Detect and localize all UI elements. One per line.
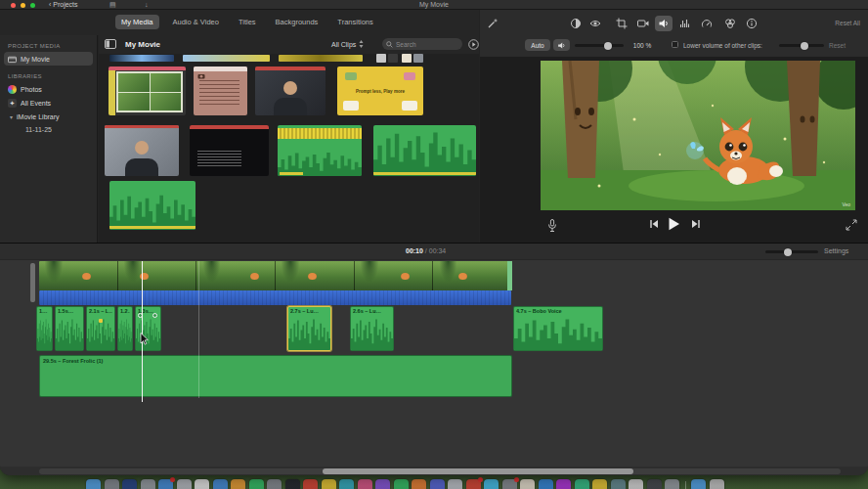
fade-handle[interactable] [152,313,157,318]
dock-icon[interactable] [267,479,282,489]
media-thumbnail-webcam-2[interactable] [105,125,179,176]
tab-my-media[interactable]: My Media [115,15,159,29]
play-selection-icon[interactable] [468,39,479,50]
media-thumbnail-promo[interactable]: Prompt less, Play more [337,67,423,115]
timeline-audio-clip[interactable]: 1… [36,306,53,351]
timeline-settings-button[interactable]: Settings [824,247,848,254]
dock-icon[interactable] [448,479,462,489]
dock-icon[interactable] [249,479,264,489]
sidebar-item-my-movie[interactable]: My Movie [4,52,93,66]
media-thumbnail-mini[interactable] [413,54,423,63]
dock-icon[interactable] [303,479,318,489]
dock-icon[interactable] [122,479,137,489]
search-box[interactable] [382,38,462,50]
media-thumbnail-notes[interactable] [194,67,247,115]
speed-icon[interactable] [698,16,716,31]
dock-icon[interactable] [665,479,679,489]
tab-titles[interactable]: Titles [233,15,262,29]
dock-icon[interactable] [322,479,336,489]
timeline-audio-clip[interactable]: 4.7s – Bobo Voice [513,306,603,351]
lower-volume-checkbox[interactable] [672,41,678,48]
scrollbar-track[interactable] [39,468,841,474]
dock-icon[interactable] [158,479,173,489]
dock-icon[interactable] [141,479,155,489]
dock-icon[interactable] [430,479,445,489]
timeline-audio-clip[interactable]: 2.1s – L… [86,306,115,351]
dock-icon[interactable] [105,479,119,489]
dock-icon[interactable] [710,479,724,489]
timeline-video-clip[interactable] [39,261,512,290]
timeline-zoom-slider[interactable] [765,250,818,253]
dock-icon[interactable] [466,479,481,489]
media-thumbnail-terminal[interactable] [190,125,269,176]
media-thumbnail-audio-1[interactable] [278,125,362,176]
timeline-audio-clip[interactable]: 1.5s… [55,306,84,351]
tab-audio-video[interactable]: Audio & Video [167,15,225,29]
crop-icon[interactable] [613,16,630,31]
dock-icon[interactable] [539,479,553,489]
dock-icon[interactable] [484,479,499,489]
reset-all-button[interactable]: Reset All [835,20,860,26]
sidebar-item-photos[interactable]: Photos [0,82,97,96]
dock-icon[interactable] [502,479,517,489]
dock-icon[interactable] [412,479,426,489]
dock-icon[interactable] [592,479,607,489]
timeline-zoom-knob[interactable] [784,248,792,256]
dock-icon[interactable] [691,479,706,489]
dock-icon[interactable] [358,479,372,489]
volume-slider-knob[interactable] [604,42,612,50]
volume-slider[interactable] [575,44,624,47]
voiceover-mic-icon[interactable] [546,219,558,233]
tab-transitions[interactable]: Transitions [331,15,378,29]
media-thumbnail-mini[interactable] [376,54,386,63]
media-thumbnail-collage[interactable] [108,67,186,115]
dock-icon[interactable] [629,479,643,489]
scrollbar-thumb[interactable] [323,468,633,474]
media-strip[interactable] [279,55,363,62]
timeline-audio-clip[interactable]: 2.6s – Lu… [350,306,394,351]
clip-trim-handle[interactable] [30,263,35,302]
playhead[interactable] [142,261,143,402]
dock-icon[interactable] [575,479,589,489]
color-balance-icon[interactable] [567,16,585,31]
dock-icon[interactable] [520,479,535,489]
timeline-video-audio-track[interactable] [39,290,511,305]
sidebar-item-all-events[interactable]: ✦ All Events [0,96,97,110]
dock-icon[interactable] [394,479,409,489]
dock-icon[interactable] [611,479,626,489]
noise-reduction-icon[interactable] [676,16,694,31]
dock-icon[interactable] [177,479,192,489]
media-strip[interactable] [183,55,270,62]
media-strip[interactable] [109,55,174,62]
chevron-down-icon[interactable]: ▾ [10,113,13,120]
timeline-audio-clip[interactable]: 1.2… [117,306,133,351]
dock-icon[interactable] [213,479,228,489]
volume-icon[interactable] [655,16,673,31]
fullscreen-icon[interactable] [846,219,857,231]
dock-icon[interactable] [339,479,354,489]
clip-filters-icon[interactable] [721,16,739,31]
reset-button[interactable]: Reset [829,42,846,49]
preview-video[interactable]: Veo [541,61,855,210]
color-correction-icon[interactable] [586,16,604,31]
next-frame-icon[interactable] [691,219,701,229]
media-thumbnail-audio-2[interactable] [373,125,476,176]
dock-icon[interactable] [195,479,209,489]
info-icon[interactable] [743,16,760,31]
enhance-wand-icon[interactable] [484,16,501,31]
dock-icon[interactable] [647,479,662,489]
media-thumbnail-webcam[interactable] [255,67,326,115]
lower-volume-slider[interactable] [779,44,824,47]
tab-backgrounds[interactable]: Backgrounds [270,15,325,29]
play-button[interactable] [668,217,680,231]
sidebar-item-imovie-library[interactable]: ▾ iMovie Library [0,110,97,123]
search-input[interactable] [396,41,455,48]
media-thumbnail-audio-3[interactable] [109,181,195,230]
background-music-clip[interactable]: 29.5s – Forest Frolic (1) [39,355,512,397]
timeline-audio-clip[interactable]: 2.7s – Lu… [287,306,331,351]
volume-marker[interactable] [99,319,103,323]
sidebar-item-event-date[interactable]: 11-11-25 [0,123,97,136]
auto-volume-button[interactable]: Auto [525,39,550,51]
lower-volume-knob[interactable] [801,42,808,50]
stabilization-icon[interactable] [634,16,652,31]
